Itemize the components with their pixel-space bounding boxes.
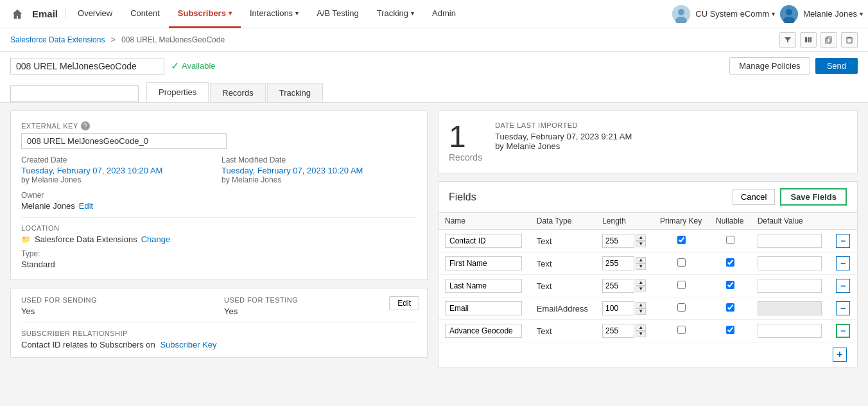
length-stepper-up[interactable]: ▲ bbox=[636, 234, 646, 241]
length-stepper-down[interactable]: ▼ bbox=[636, 263, 646, 270]
nullable-checkbox[interactable] bbox=[726, 326, 734, 334]
location-change-link[interactable]: Change bbox=[141, 234, 171, 244]
fields-header: Fields Cancel Save Fields bbox=[438, 182, 857, 213]
field-length-input[interactable] bbox=[602, 324, 634, 338]
field-primarykey-cell bbox=[654, 275, 709, 297]
table-row: EmailAddress▲▼− bbox=[438, 297, 857, 320]
breadcrumb-parent-link[interactable]: Salesforce Data Extensions bbox=[10, 35, 105, 44]
breadcrumb-sep: > bbox=[111, 35, 116, 44]
right-panel: 1 Records DATE LAST IMPORTED Tuesday, Fe… bbox=[438, 110, 858, 367]
nullable-checkbox[interactable] bbox=[726, 281, 734, 289]
length-stepper-up[interactable]: ▲ bbox=[636, 324, 646, 331]
field-name-input[interactable] bbox=[445, 279, 522, 293]
tab-tracking[interactable]: Tracking bbox=[267, 83, 323, 102]
main-content: EXTERNAL KEY ? Created Date Tuesday, Feb… bbox=[0, 103, 868, 375]
svg-rect-8 bbox=[810, 37, 812, 42]
home-link[interactable] bbox=[5, 8, 30, 20]
nav-content[interactable]: Content bbox=[121, 0, 169, 28]
remove-field-button[interactable]: − bbox=[836, 234, 850, 248]
primary-key-checkbox[interactable] bbox=[677, 303, 686, 312]
fields-table: Name Data Type Length Primary Key Nullab… bbox=[438, 213, 857, 342]
primary-key-checkbox[interactable] bbox=[677, 258, 686, 267]
primary-key-checkbox[interactable] bbox=[677, 326, 686, 334]
default-value-input[interactable] bbox=[758, 234, 822, 248]
field-length-input[interactable] bbox=[602, 279, 634, 293]
field-length-input[interactable] bbox=[602, 256, 634, 270]
field-name-input[interactable] bbox=[445, 234, 522, 248]
created-date-value: Tuesday, February 07, 2023 10:20 AM bbox=[21, 166, 216, 175]
col-action bbox=[829, 213, 857, 230]
delete-icon-btn[interactable] bbox=[841, 32, 858, 48]
copy-icon bbox=[825, 36, 833, 44]
save-fields-button[interactable]: Save Fields bbox=[780, 188, 847, 206]
nav-tracking[interactable]: Tracking ▾ bbox=[368, 0, 423, 28]
svg-point-4 bbox=[786, 9, 792, 15]
default-value-input[interactable] bbox=[758, 324, 822, 338]
page-title-input[interactable] bbox=[10, 58, 164, 75]
field-datatype-cell: EmailAddress bbox=[530, 297, 596, 320]
field-length-cell: ▲▼ bbox=[596, 230, 654, 252]
manage-policies-button[interactable]: Manage Policies bbox=[729, 57, 810, 75]
field-length-input[interactable] bbox=[602, 234, 634, 248]
field-primarykey-cell bbox=[654, 252, 709, 275]
external-key-input[interactable] bbox=[21, 133, 227, 149]
tab-records[interactable]: Records bbox=[210, 83, 265, 102]
help-icon[interactable]: ? bbox=[81, 121, 90, 130]
add-field-button[interactable]: + bbox=[833, 348, 847, 362]
subscriber-key-link[interactable]: Subscriber Key bbox=[160, 340, 216, 349]
org-selector[interactable]: CU System eComm ▾ bbox=[695, 9, 775, 19]
send-button[interactable]: Send bbox=[815, 58, 858, 74]
owner-edit-link[interactable]: Edit bbox=[79, 201, 93, 211]
length-stepper-up[interactable]: ▲ bbox=[636, 302, 646, 308]
records-count-section: 1 Records bbox=[449, 121, 482, 163]
remove-field-button[interactable]: − bbox=[836, 256, 850, 270]
copy-icon-btn[interactable] bbox=[820, 32, 837, 48]
svg-rect-9 bbox=[827, 37, 831, 42]
interactions-arrow-icon: ▾ bbox=[295, 10, 299, 17]
search-input[interactable] bbox=[10, 85, 139, 102]
remove-field-button[interactable]: − bbox=[836, 301, 850, 315]
length-stepper-down[interactable]: ▼ bbox=[636, 308, 646, 315]
nullable-checkbox[interactable] bbox=[726, 258, 734, 267]
field-remove-cell: − bbox=[829, 320, 857, 342]
length-stepper-down[interactable]: ▼ bbox=[636, 241, 646, 247]
svg-rect-6 bbox=[805, 37, 807, 42]
divider-2 bbox=[21, 322, 417, 323]
field-name-input[interactable] bbox=[445, 324, 522, 338]
remove-field-button[interactable]: − bbox=[836, 279, 850, 293]
field-remove-cell: − bbox=[829, 230, 857, 252]
nav-interactions[interactable]: Interactions ▾ bbox=[241, 0, 308, 28]
nav-subscribers[interactable]: Subscribers ▾ bbox=[169, 0, 241, 28]
default-value-input[interactable] bbox=[758, 256, 822, 270]
top-nav: Email Overview Content Subscribers ▾ Int… bbox=[0, 0, 868, 28]
nullable-checkbox[interactable] bbox=[726, 303, 734, 312]
nav-overview[interactable]: Overview bbox=[69, 0, 121, 28]
nav-ab-testing[interactable]: A/B Testing bbox=[308, 0, 368, 28]
subscriber-relationship-section: SUBSCRIBER RELATIONSHIP Contact ID relat… bbox=[21, 330, 417, 349]
field-name-input[interactable] bbox=[445, 256, 522, 270]
primary-key-checkbox[interactable] bbox=[677, 236, 686, 244]
header-actions: Manage Policies Send bbox=[729, 57, 858, 75]
field-name-input[interactable] bbox=[445, 301, 522, 315]
field-name-cell bbox=[438, 275, 530, 297]
columns-icon-btn[interactable] bbox=[800, 32, 817, 48]
subscribers-arrow-icon: ▾ bbox=[229, 10, 232, 17]
length-stepper-up[interactable]: ▲ bbox=[636, 279, 646, 286]
length-stepper-up[interactable]: ▲ bbox=[636, 257, 646, 263]
length-stepper-down[interactable]: ▼ bbox=[636, 331, 646, 337]
left-panel: EXTERNAL KEY ? Created Date Tuesday, Feb… bbox=[10, 110, 428, 367]
nav-admin[interactable]: Admin bbox=[423, 0, 465, 28]
field-length-input[interactable] bbox=[602, 301, 634, 315]
nullable-checkbox[interactable] bbox=[726, 236, 734, 244]
default-value-input[interactable] bbox=[758, 279, 822, 293]
filter-icon-btn[interactable] bbox=[779, 32, 796, 48]
send-test-edit-button[interactable]: Edit bbox=[389, 296, 419, 310]
remove-field-button[interactable]: − bbox=[836, 324, 850, 338]
cancel-button[interactable]: Cancel bbox=[733, 189, 775, 205]
length-stepper-down[interactable]: ▼ bbox=[636, 286, 646, 292]
user-avatar bbox=[780, 5, 798, 23]
primary-key-checkbox[interactable] bbox=[677, 281, 686, 289]
tab-properties[interactable]: Properties bbox=[146, 82, 209, 102]
user-menu[interactable]: Melanie Jones ▾ bbox=[803, 9, 863, 19]
svg-rect-7 bbox=[808, 37, 810, 42]
